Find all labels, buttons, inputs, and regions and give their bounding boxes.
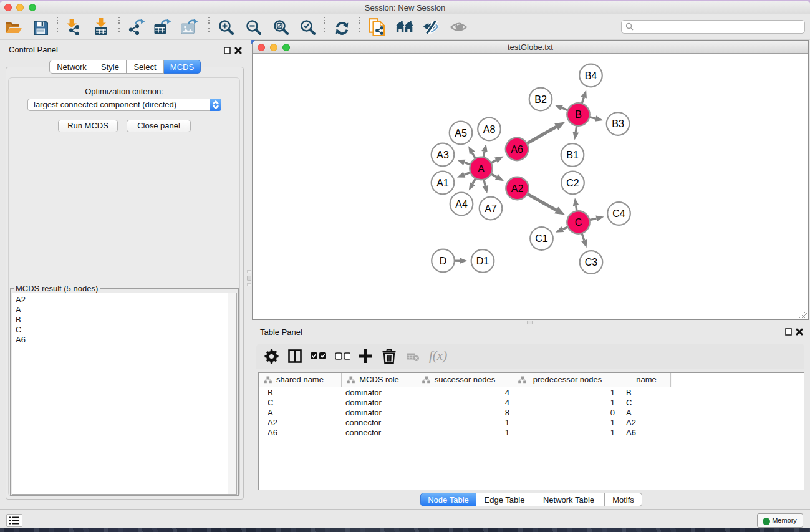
svg-text:B2: B2 (534, 94, 547, 105)
svg-text:C4: C4 (612, 208, 625, 219)
svg-text:B1: B1 (566, 150, 579, 160)
svg-text:A6: A6 (511, 144, 523, 155)
svg-text:C: C (575, 217, 582, 228)
svg-text:C1: C1 (535, 233, 548, 244)
svg-text:B3: B3 (612, 118, 624, 129)
svg-text:D1: D1 (476, 256, 489, 266)
svg-text:D: D (440, 256, 447, 266)
svg-text:A2: A2 (511, 183, 524, 194)
svg-text:A: A (478, 163, 485, 174)
svg-text:A8: A8 (483, 124, 496, 135)
svg-text:C2: C2 (566, 178, 579, 188)
svg-text:A7: A7 (485, 203, 497, 214)
svg-text:A4: A4 (455, 199, 468, 210)
svg-text:A1: A1 (436, 178, 449, 188)
svg-text:B: B (575, 109, 582, 120)
svg-text:B4: B4 (585, 70, 597, 81)
svg-text:A3: A3 (436, 150, 449, 160)
svg-text:A5: A5 (455, 128, 467, 138)
svg-text:C3: C3 (585, 257, 598, 268)
